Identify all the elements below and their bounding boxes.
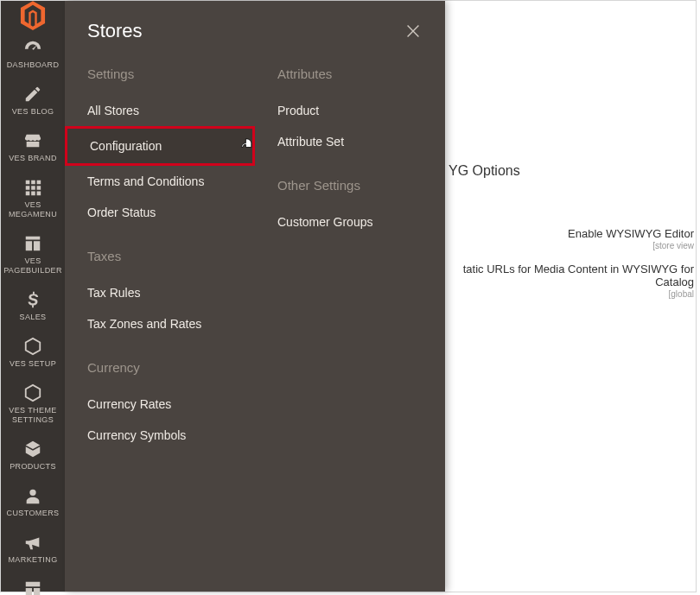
sidebar-item-ves-megamenu[interactable]: VES MEGAMENU <box>1 170 65 226</box>
close-icon <box>404 22 423 41</box>
sidebar-item-products[interactable]: PRODUCTS <box>1 432 65 478</box>
pencil-icon <box>23 85 42 104</box>
stores-flyout-panel: Stores Settings All Stores Configuration… <box>65 1 445 592</box>
magento-logo[interactable] <box>1 1 65 30</box>
link-tax-rules[interactable]: Tax Rules <box>87 277 232 308</box>
gauge-icon <box>23 38 42 57</box>
link-order-status[interactable]: Order Status <box>87 197 232 228</box>
sidebar-item-label: MARKETING <box>4 555 60 565</box>
sidebar-item-label: VES BLOG <box>9 107 58 117</box>
sidebar-item-sales[interactable]: SALES <box>1 282 65 329</box>
sidebar-item-ves-pagebuilder[interactable]: VES PAGEBUILDER <box>1 226 65 282</box>
sidebar-item-label: VES PAGEBUILDER <box>0 256 66 275</box>
hexagon-icon <box>23 337 42 356</box>
sidebar-item-ves-blog[interactable]: VES BLOG <box>1 77 65 123</box>
flyout-column-1: Settings All Stores Configuration Terms … <box>65 61 255 451</box>
admin-icon-sidebar: DASHBOARD VES BLOG VES BRAND VES MEGAMEN… <box>1 1 65 592</box>
sidebar-item-label: VES BRAND <box>5 154 60 163</box>
sidebar-item-label: SALES <box>16 313 49 322</box>
blocks-icon <box>23 579 42 595</box>
sidebar-item-label: VES THEME SETTINGS <box>1 406 65 425</box>
main-content: YG Options Enable WYSIWYG Editor [store … <box>445 1 696 592</box>
group-title-other-settings: Other Settings <box>277 178 423 193</box>
section-title: YG Options <box>445 163 696 179</box>
link-customer-groups[interactable]: Customer Groups <box>277 206 423 237</box>
group-title-currency: Currency <box>87 360 232 375</box>
link-configuration[interactable]: Configuration <box>65 126 255 166</box>
sidebar-item-customers[interactable]: CUSTOMERS <box>1 478 65 525</box>
sidebar-item-content[interactable]: CONTENT <box>1 572 65 595</box>
link-label: Configuration <box>90 139 162 153</box>
field-label: tatic URLs for Media Content in WYSIWYG … <box>445 263 694 288</box>
group-title-attributes: Attributes <box>277 66 423 81</box>
link-attribute-set[interactable]: Attribute Set <box>277 126 423 157</box>
link-tax-zones-and-rates[interactable]: Tax Zones and Rates <box>87 308 232 339</box>
link-product[interactable]: Product <box>277 95 423 126</box>
storefront-icon <box>23 131 42 150</box>
link-terms-and-conditions[interactable]: Terms and Conditions <box>87 166 232 197</box>
link-currency-symbols[interactable]: Currency Symbols <box>87 420 232 451</box>
link-currency-rates[interactable]: Currency Rates <box>87 389 232 420</box>
flyout-title: Stores <box>87 20 143 42</box>
field-scope: [store view <box>445 241 694 250</box>
sidebar-item-label: PRODUCTS <box>6 462 60 472</box>
sidebar-item-label: VES MEGAMENU <box>1 200 65 219</box>
layout-icon <box>23 234 42 253</box>
megaphone-icon <box>23 533 42 552</box>
close-button[interactable] <box>404 22 423 41</box>
grid-icon <box>23 178 42 197</box>
sidebar-item-dashboard[interactable]: DASHBOARD <box>1 30 65 77</box>
sidebar-item-label: CUSTOMERS <box>3 509 63 518</box>
cube-icon <box>23 440 42 459</box>
field-scope: [global <box>445 289 694 299</box>
config-field-row: Enable WYSIWYG Editor [store view <box>445 227 696 250</box>
field-label: Enable WYSIWYG Editor <box>445 227 694 240</box>
sidebar-item-ves-brand[interactable]: VES BRAND <box>1 123 65 170</box>
sidebar-item-ves-theme-settings[interactable]: VES THEME SETTINGS <box>1 376 65 432</box>
hexagon-icon <box>23 383 42 402</box>
link-all-stores[interactable]: All Stores <box>87 95 232 126</box>
cursor-icon <box>240 137 254 153</box>
sidebar-item-marketing[interactable]: MARKETING <box>1 525 65 572</box>
dollar-icon <box>23 290 42 309</box>
sidebar-item-label: DASHBOARD <box>3 60 63 70</box>
group-title-settings: Settings <box>87 66 232 81</box>
person-icon <box>23 486 42 505</box>
sidebar-item-ves-setup[interactable]: VES SETUP <box>1 329 65 376</box>
group-title-taxes: Taxes <box>87 249 232 263</box>
config-field-row: tatic URLs for Media Content in WYSIWYG … <box>445 263 696 299</box>
sidebar-item-label: VES SETUP <box>6 359 60 369</box>
flyout-column-2: Attributes Product Attribute Set Other S… <box>255 61 445 451</box>
